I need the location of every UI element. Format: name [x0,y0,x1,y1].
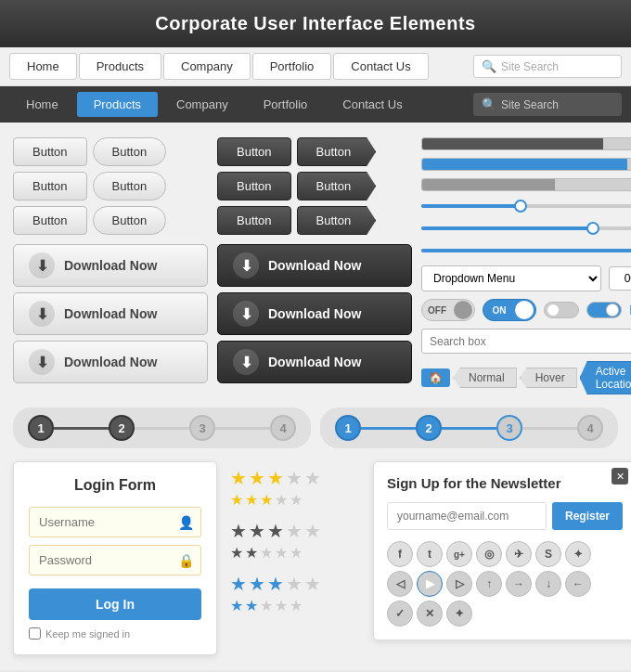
nav-dark-products[interactable]: Products [77,92,158,117]
light-btn-1[interactable]: Button [13,137,87,166]
nav-light-contact[interactable]: Contact Us [333,53,428,80]
slider-thumb-1[interactable] [514,200,527,213]
register-button[interactable]: Register [552,502,623,530]
light-btn-5[interactable]: Button [13,206,87,235]
search-icon: 🔍 [482,59,496,73]
dark-btn-3[interactable]: Button [217,172,291,200]
dark-btn-4[interactable]: Button [297,172,377,200]
dl-light-btn-2[interactable]: ⬇ Download Now [13,292,208,335]
action-prev[interactable]: ◁ [387,571,413,597]
dark-btn-2[interactable]: Button [297,137,377,166]
social-share[interactable]: ✦ [565,541,591,567]
nav-dark-portfolio[interactable]: Portfolio [247,92,325,117]
star-g3-1: ★ [230,573,247,595]
progress-bar-1 [421,137,631,150]
small-toggle-on-knob [606,304,619,317]
step-blue-1: 1 [335,415,361,441]
toggle-on-label: ON [483,305,515,316]
download-icon: ⬇ [233,301,259,327]
email-input[interactable] [387,502,547,530]
nav-dark-home[interactable]: Home [9,92,75,117]
light-btn-3[interactable]: Button [13,172,87,200]
login-button[interactable]: Log In [29,588,201,620]
close-button[interactable]: ✕ [612,468,628,485]
slider-fill-3 [421,249,631,252]
dl-light-btn-3[interactable]: ⬇ Download Now [13,341,208,383]
action-next[interactable]: ▷ [446,571,472,597]
light-btn-2[interactable]: Button [93,137,167,166]
dl-dark-group: ⬇ Download Now ⬇ Download Now ⬇ Download… [217,244,412,383]
progress-bar-3 [421,178,631,191]
search-placeholder-text: Site Search [501,60,559,73]
breadcrumb-active[interactable]: Active Location [580,361,631,394]
action-up[interactable]: ↑ [476,571,502,597]
dl-dark-btn-3[interactable]: ⬇ Download Now [217,341,412,383]
toggle-on-knob [515,301,534,319]
dl-dark-btn-1[interactable]: ⬇ Download Now [217,244,412,287]
toggle-off-label: OFF [422,305,452,316]
star-group-3: ★ ★ ★ ★ ★ ★ ★ ★ ★ ★ [230,573,360,614]
social-instagram[interactable]: ◎ [476,541,502,567]
toggle-on[interactable]: ON [483,299,536,321]
light-btn-6[interactable]: Button [93,206,167,235]
action-left[interactable]: ← [565,571,591,597]
slider-thumb-2[interactable] [586,222,599,235]
breadcrumb-hover[interactable]: Hover [520,368,577,388]
star-1: ★ [230,467,247,489]
dropdown-menu[interactable]: Dropdown Menu [421,265,601,291]
number-input[interactable] [609,266,631,291]
nav-dark-contact[interactable]: Contact Us [326,92,419,117]
action-play[interactable]: ▶ [417,571,443,597]
nav-dark-search[interactable]: 🔍 Site Search [473,93,622,116]
breadcrumb-home[interactable]: 🏠 [421,368,450,387]
social-twitter[interactable]: t [417,541,443,567]
username-group: 👤 [29,507,201,537]
right-section: ✕ Sign Up for the Newsletter Register f … [373,461,631,640]
password-input[interactable] [29,545,201,575]
breadcrumb-normal[interactable]: Normal [453,368,517,388]
nav-light-portfolio[interactable]: Portfolio [252,53,332,80]
small-g3-star-5: ★ [290,597,303,614]
action-close[interactable]: ✕ [417,601,443,627]
dark-btn-6[interactable]: Button [297,206,377,235]
step-line-blue-1 [361,427,416,430]
star-g2-3: ★ [267,520,284,542]
username-input[interactable] [29,507,201,537]
social-skype[interactable]: S [535,541,561,567]
nav-light-home[interactable]: Home [9,53,77,80]
social-send[interactable]: ✈ [506,541,532,567]
action-down[interactable]: ↓ [535,571,561,597]
social-facebook[interactable]: f [387,541,413,567]
small-toggle-on[interactable] [586,302,622,318]
blue-steps: 1 2 3 4 [320,407,618,448]
action-add[interactable]: ✦ [446,601,472,627]
action-check[interactable]: ✓ [387,601,413,627]
nav-dark: Home Products Company Portfolio Contact … [0,86,631,123]
star-g2-5: ★ [304,520,321,542]
dark-buttons-group: Button Button Button Button Button Butto… [217,137,412,394]
light-btn-4[interactable]: Button [93,172,167,200]
small-toggle-off[interactable] [544,302,579,318]
step-line-blue-2 [442,427,496,430]
dl-light-btn-1[interactable]: ⬇ Download Now [13,244,208,287]
dark-btn-5[interactable]: Button [217,206,291,235]
social-googleplus[interactable]: g+ [446,541,472,567]
newsletter-card: ✕ Sign Up for the Newsletter Register f … [373,461,631,640]
dl-dark-btn-2[interactable]: ⬇ Download Now [217,292,412,335]
dl-dark-label-1: Download Now [268,258,361,273]
keep-signed-checkbox[interactable] [29,627,41,640]
nav-light-search[interactable]: 🔍 Site Search [473,55,622,78]
nav-light-products[interactable]: Products [79,53,161,80]
dark-btn-1[interactable]: Button [217,137,291,166]
star-g2-2: ★ [249,520,265,542]
slider-1[interactable] [421,199,631,213]
small-g2-star-1: ★ [230,544,243,562]
small-g2-star-4: ★ [275,544,288,562]
slider-2[interactable] [421,221,631,236]
nav-light-company[interactable]: Company [163,53,251,80]
nav-dark-company[interactable]: Company [160,92,245,117]
slider-3[interactable] [421,243,631,258]
toggle-off[interactable]: OFF [421,299,475,321]
action-right[interactable]: → [506,571,532,597]
search-input[interactable] [422,330,631,353]
